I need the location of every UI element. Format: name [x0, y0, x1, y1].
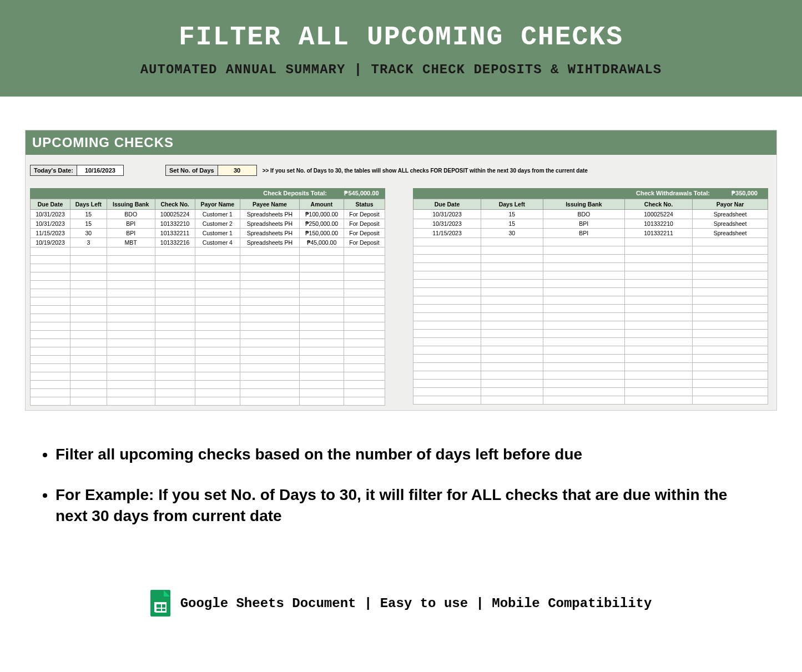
cell[interactable]: Spreadsheet	[693, 210, 768, 219]
table-row-empty[interactable]	[413, 388, 768, 396]
cell[interactable]: BPI	[107, 229, 155, 238]
column-header[interactable]: Issuing Bank	[107, 199, 155, 210]
column-header[interactable]: Check No.	[155, 199, 195, 210]
column-header[interactable]: Payor Nar	[693, 199, 768, 210]
table-row-empty[interactable]	[413, 305, 768, 313]
cell[interactable]: 10/31/2023	[31, 219, 70, 229]
cell[interactable]: 11/15/2023	[413, 229, 481, 238]
cell[interactable]: 30	[70, 229, 107, 238]
cell[interactable]: Spreadsheets PH	[240, 229, 300, 238]
cell[interactable]: 11/15/2023	[31, 229, 70, 238]
cell[interactable]: 3	[70, 238, 107, 247]
table-row-empty[interactable]	[413, 288, 768, 296]
cell[interactable]: BDO	[107, 210, 155, 219]
table-row-empty[interactable]	[31, 306, 385, 314]
table-row-empty[interactable]	[413, 271, 768, 280]
table-row-empty[interactable]	[413, 280, 768, 288]
cell[interactable]: 101332211	[155, 229, 195, 238]
cell[interactable]: Spreadsheets PH	[240, 238, 300, 247]
table-row-empty[interactable]	[31, 272, 385, 281]
column-header[interactable]: Amount	[299, 199, 344, 210]
cell[interactable]: 101332210	[155, 219, 195, 229]
cell[interactable]: 15	[70, 210, 107, 219]
table-row-empty[interactable]	[413, 296, 768, 305]
cell[interactable]: 10/31/2023	[31, 210, 70, 219]
table-row-empty[interactable]	[413, 246, 768, 255]
column-header[interactable]: Days Left	[70, 199, 107, 210]
cell[interactable]: Spreadsheet	[693, 219, 768, 229]
table-row-empty[interactable]	[31, 314, 385, 322]
column-header[interactable]: Due Date	[31, 199, 70, 210]
cell[interactable]: ₱100,000.00	[299, 210, 344, 219]
cell[interactable]: 101332211	[625, 229, 693, 238]
cell[interactable]: 10/19/2023	[31, 238, 70, 247]
cell[interactable]: Spreadsheets PH	[240, 219, 300, 229]
cell[interactable]: ₱250,000.00	[299, 219, 344, 229]
table-row-empty[interactable]	[413, 371, 768, 380]
table-row-empty[interactable]	[31, 381, 385, 389]
table-row[interactable]: 10/31/202315BPI101332210Customer 2Spread…	[31, 219, 385, 229]
table-row[interactable]: 10/31/202315BDO100025224Customer 1Spread…	[31, 210, 385, 219]
table-row-empty[interactable]	[413, 313, 768, 321]
table-row-empty[interactable]	[31, 297, 385, 306]
cell[interactable]: 101332216	[155, 238, 195, 247]
table-row-empty[interactable]	[31, 356, 385, 364]
cell[interactable]: 15	[481, 210, 543, 219]
cell[interactable]: 30	[481, 229, 543, 238]
table-row-empty[interactable]	[413, 380, 768, 388]
column-header[interactable]: Days Left	[481, 199, 543, 210]
cell[interactable]: For Deposit	[344, 219, 385, 229]
set-days-input[interactable]: 30	[218, 165, 257, 176]
cell[interactable]: 15	[481, 219, 543, 229]
table-row-empty[interactable]	[31, 264, 385, 272]
cell[interactable]: ₱45,000.00	[299, 238, 344, 247]
column-header[interactable]: Check No.	[625, 199, 693, 210]
cell[interactable]: ₱150,000.00	[299, 229, 344, 238]
table-row-empty[interactable]	[31, 289, 385, 297]
column-header[interactable]: Issuing Bank	[543, 199, 624, 210]
table-row-empty[interactable]	[413, 321, 768, 330]
table-row-empty[interactable]	[31, 256, 385, 264]
table-row-empty[interactable]	[31, 397, 385, 406]
withdrawals-table[interactable]: Due DateDays LeftIssuing BankCheck No.Pa…	[413, 199, 768, 405]
cell[interactable]: MBT	[107, 238, 155, 247]
cell[interactable]: 101332210	[625, 219, 693, 229]
cell[interactable]: Customer 4	[195, 238, 240, 247]
table-row-empty[interactable]	[31, 389, 385, 397]
cell[interactable]: 10/31/2023	[413, 219, 481, 229]
table-row-empty[interactable]	[413, 338, 768, 346]
table-row-empty[interactable]	[413, 396, 768, 405]
table-row-empty[interactable]	[31, 364, 385, 372]
cell[interactable]: Customer 1	[195, 210, 240, 219]
column-header[interactable]: Status	[344, 199, 385, 210]
cell[interactable]: 10/31/2023	[413, 210, 481, 219]
table-row[interactable]: 10/31/202315BDO100025224Spreadsheet	[413, 210, 768, 219]
table-row-empty[interactable]	[413, 330, 768, 338]
cell[interactable]: For Deposit	[344, 238, 385, 247]
cell[interactable]: BPI	[543, 229, 624, 238]
table-row-empty[interactable]	[31, 372, 385, 381]
table-row-empty[interactable]	[31, 331, 385, 339]
table-row-empty[interactable]	[413, 238, 768, 246]
table-row-empty[interactable]	[413, 255, 768, 263]
table-row-empty[interactable]	[413, 363, 768, 371]
table-row-empty[interactable]	[31, 347, 385, 356]
cell[interactable]: Spreadsheets PH	[240, 210, 300, 219]
table-row[interactable]: 10/19/20233MBT101332216Customer 4Spreads…	[31, 238, 385, 247]
table-row-empty[interactable]	[31, 281, 385, 289]
table-row[interactable]: 11/15/202330BPI101332211Customer 1Spread…	[31, 229, 385, 238]
cell[interactable]: 100025224	[155, 210, 195, 219]
column-header[interactable]: Due Date	[413, 199, 481, 210]
cell[interactable]: BDO	[543, 210, 624, 219]
deposits-table[interactable]: Due DateDays LeftIssuing BankCheck No.Pa…	[30, 199, 385, 406]
column-header[interactable]: Payor Name	[195, 199, 240, 210]
column-header[interactable]: Payee Name	[240, 199, 300, 210]
cell[interactable]: For Deposit	[344, 229, 385, 238]
table-row[interactable]: 10/31/202315BPI101332210Spreadsheet	[413, 219, 768, 229]
cell[interactable]: BPI	[107, 219, 155, 229]
cell[interactable]: 15	[70, 219, 107, 229]
cell[interactable]: Customer 2	[195, 219, 240, 229]
table-row-empty[interactable]	[413, 355, 768, 363]
cell[interactable]: BPI	[543, 219, 624, 229]
table-row[interactable]: 11/15/202330BPI101332211Spreadsheet	[413, 229, 768, 238]
